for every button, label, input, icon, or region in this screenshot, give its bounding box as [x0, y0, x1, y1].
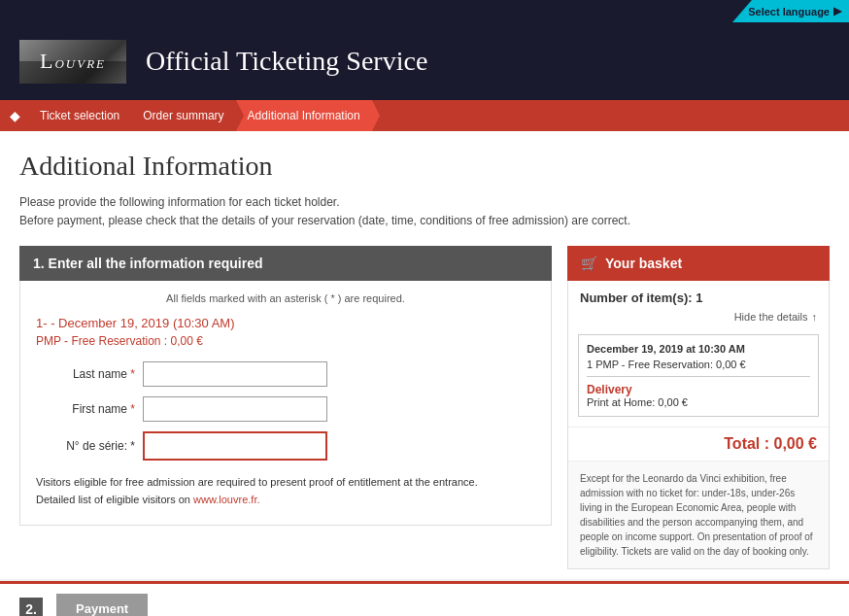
basket-item: December 19, 2019 at 10:30 AM 1 PMP - Fr… — [578, 334, 819, 417]
left-section: 1. Enter all the information required Al… — [19, 246, 552, 525]
breadcrumb-additional-info[interactable]: Additional Information — [236, 100, 372, 131]
header: LOUVRE Official Ticketing Service — [0, 22, 849, 100]
page-description: Please provide the following information… — [19, 193, 830, 230]
form-area: All fields marked with an asterisk ( * )… — [19, 281, 552, 525]
select-language-button[interactable]: Select language ▶ — [725, 0, 849, 22]
section1-header: 1. Enter all the information required — [19, 246, 552, 281]
ticket-sub: PMP - Free Reservation : 0,00 € — [36, 334, 535, 348]
basket-note: Except for the Leonardo da Vinci exhibit… — [568, 461, 829, 568]
main-content: Additional Information Please provide th… — [0, 131, 849, 579]
serie-input[interactable] — [143, 431, 327, 461]
top-bar: Select language ▶ — [0, 0, 849, 22]
louvre-link[interactable]: www.louvre.fr. — [193, 494, 259, 505]
basket-body: Number of item(s): 1 Hide the details ↑ … — [567, 281, 830, 569]
breadcrumb: ◆ Ticket selection Order summary Additio… — [0, 100, 849, 131]
serie-label: N° de série: * — [36, 439, 143, 453]
breadcrumb-ticket-selection[interactable]: Ticket selection — [28, 100, 131, 131]
page-desc-line2: Before payment, please check that the de… — [19, 212, 830, 230]
page-title: Additional Information — [19, 151, 830, 182]
required-note: All fields marked with an asterisk ( * )… — [36, 292, 535, 304]
delivery-label: Delivery — [587, 383, 810, 396]
basket-title: Your basket — [605, 256, 682, 271]
logo-text: L — [40, 49, 54, 73]
logo-image: LOUVRE — [19, 40, 126, 84]
bottom-section: 2. Payment — [0, 581, 849, 616]
delivery-detail: Print at Home: 0,00 € — [587, 396, 810, 408]
basket-item-title: December 19, 2019 at 10:30 AM — [587, 343, 810, 355]
visitor-note: Visitors eligible for free admission are… — [36, 474, 535, 508]
first-name-row: First name * — [36, 396, 535, 422]
ticket-header: 1- - December 19, 2019 (10:30 AM) — [36, 316, 535, 330]
basket-header: 🛒 Your basket — [567, 246, 830, 281]
site-title: Official Ticketing Service — [146, 46, 427, 77]
select-language-label: Select language — [748, 6, 830, 17]
basket-count: Number of item(s): 1 — [568, 281, 829, 311]
first-name-input[interactable] — [143, 396, 327, 422]
cart-icon: 🛒 — [581, 256, 597, 271]
serie-row: N° de série: * — [36, 431, 535, 461]
right-section: 🛒 Your basket Number of item(s): 1 Hide … — [567, 246, 830, 569]
breadcrumb-icon: ◆ — [10, 108, 20, 123]
hide-details-arrow: ↑ — [812, 311, 818, 323]
select-language-arrow: ▶ — [833, 5, 841, 17]
first-name-label: First name * — [36, 402, 143, 416]
basket-total: Total : 0,00 € — [568, 427, 829, 461]
hide-details-button[interactable]: Hide the details ↑ — [568, 311, 829, 328]
two-column-layout: 1. Enter all the information required Al… — [19, 246, 830, 569]
basket-item-desc: 1 PMP - Free Reservation: 0,00 € — [587, 359, 810, 370]
page-desc-line1: Please provide the following information… — [19, 193, 830, 212]
step2-number: 2. — [19, 598, 43, 616]
payment-button[interactable]: Payment — [56, 594, 148, 616]
last-name-label: Last name * — [36, 367, 143, 381]
last-name-row: Last name * — [36, 361, 535, 387]
breadcrumb-order-summary[interactable]: Order summary — [131, 100, 235, 131]
last-name-input[interactable] — [143, 361, 327, 387]
